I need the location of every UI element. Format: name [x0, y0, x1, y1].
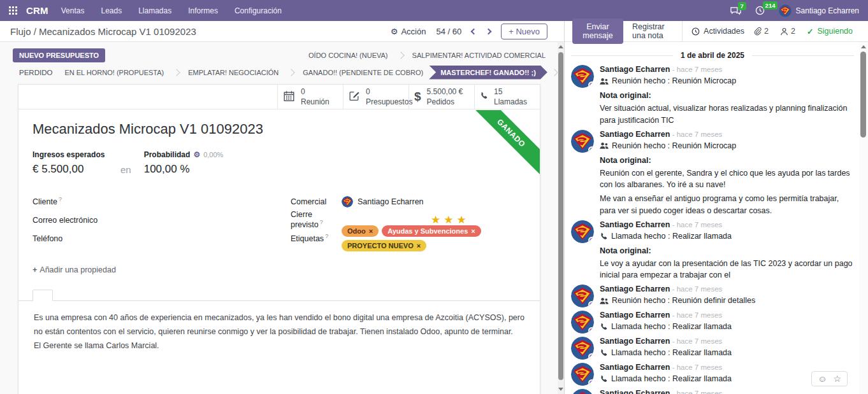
- form-scrollbar[interactable]: [558, 42, 564, 394]
- chatter-message[interactable]: Santiago Echarrenhace 7 meses Llamada he…: [571, 218, 854, 283]
- chatter-message[interactable]: Santiago Echarrenhace 7 meses Reunión he…: [571, 62, 854, 127]
- activities-button[interactable]: Actividades: [691, 27, 744, 36]
- message-author[interactable]: Santiago Echarren: [600, 130, 670, 139]
- stage-row-1: OÍDO COCINA! (NUEVA)SALPIMENTAR! ACTIVID…: [303, 48, 551, 62]
- field-row[interactable]: Teléfono: [33, 229, 291, 248]
- tag-pill[interactable]: Odoo×: [342, 225, 379, 237]
- followers-count: 2: [791, 27, 795, 36]
- note-text: Me van a enseñar el antiguo programa y c…: [600, 193, 854, 217]
- expected-revenue-value[interactable]: € 5.500,00: [33, 163, 120, 176]
- tag-pill[interactable]: Ayudas y Subvenciones×: [382, 225, 481, 237]
- chatter-message[interactable]: Santiago Echarrenhace 7 meses Llamada he…: [571, 308, 854, 334]
- apps-grid-icon[interactable]: [9, 6, 17, 15]
- chatter-message[interactable]: Santiago Echarrenhace 7 meses Reunión he…: [571, 127, 854, 218]
- activities-clock-icon[interactable]: 214: [755, 6, 765, 15]
- message-author[interactable]: Santiago Echarren: [600, 389, 670, 394]
- stat-value: 0: [366, 87, 412, 97]
- tags-field: Odoo×Ayudas y Subvenciones×PROYECTO NUEV…: [342, 225, 526, 251]
- probability-label: Probabilidad: [144, 150, 191, 159]
- tag-remove-icon[interactable]: ×: [369, 227, 373, 235]
- breadcrumb[interactable]: Flujo / Mecanizados Microcap V1 01092023: [10, 26, 196, 37]
- notebook-tab[interactable]: [33, 290, 53, 301]
- main-menu: VentasLeadsLlamadasInformesConfiguración: [61, 6, 282, 15]
- probability-gear-icon[interactable]: ⚙: [193, 150, 200, 159]
- chatter-message[interactable]: Santiago Echarrenhace 7 meses Reunión he…: [571, 282, 854, 308]
- add-reaction-icon[interactable]: ☺: [818, 374, 827, 383]
- tag-remove-icon[interactable]: ×: [471, 227, 475, 235]
- star-message-icon[interactable]: ☆: [833, 374, 841, 383]
- send-message-button[interactable]: Enviar mensaje: [572, 18, 623, 44]
- stage-item[interactable]: OÍDO COCINA! (NUEVA): [303, 48, 393, 62]
- notes-paragraph: El Gerente se llama Carlos Marcial.: [34, 339, 524, 353]
- following-button[interactable]: ✓ Siguiendo: [807, 27, 853, 36]
- message-author[interactable]: Santiago Echarren: [600, 285, 670, 293]
- star-icon[interactable]: ★: [444, 215, 453, 225]
- stat-button-box: 0Reunión 0Presupuestos $ 5.500,00 €Pedid…: [18, 85, 540, 109]
- app-name[interactable]: CRM: [26, 5, 48, 16]
- chatter-message[interactable]: Santiago Echarrenhace 7 meses Llamada he…: [571, 386, 854, 394]
- log-note-button[interactable]: Registrar una nota: [632, 22, 673, 40]
- pager-next-icon[interactable]: [486, 28, 492, 34]
- stat-button[interactable]: $ 5.500,00 €Pedidos: [409, 85, 474, 109]
- salesperson-field[interactable]: Santiago Echarren: [342, 196, 424, 208]
- stat-button[interactable]: 15Llamadas: [474, 85, 540, 109]
- stage-item[interactable]: EMPLATAR! NEGOCIACIÓN: [170, 66, 284, 80]
- scroll-down-icon[interactable]: [558, 388, 563, 391]
- activity-summary: Reunión hecho : Reunión definir detalles: [612, 296, 755, 306]
- messages-icon[interactable]: 7: [730, 6, 741, 15]
- scrollbar-thumb[interactable]: [558, 52, 563, 380]
- note-label: Nota original:: [600, 156, 854, 165]
- attachments-button[interactable]: 2: [753, 27, 769, 36]
- new-record-button[interactable]: + Nuevo: [501, 24, 547, 39]
- message-author[interactable]: Santiago Echarren: [600, 337, 670, 346]
- nav-menu-item[interactable]: Informes: [188, 6, 218, 15]
- pager-previous-icon[interactable]: [471, 28, 477, 34]
- message-avatar: [571, 285, 594, 307]
- message-timestamp: hace 7 meses: [670, 337, 722, 345]
- message-author[interactable]: Santiago Echarren: [600, 220, 670, 229]
- nav-menu-item[interactable]: Leads: [101, 6, 122, 15]
- stage-item[interactable]: MASTERCHEF! GANADO!! ;): [429, 66, 547, 80]
- note-label: Nota original:: [600, 91, 854, 101]
- record-pager: 54 / 60: [436, 27, 461, 36]
- chatter-message[interactable]: Santiago Echarrenhace 7 meses Llamada he…: [571, 334, 854, 360]
- message-author[interactable]: Santiago Echarren: [600, 311, 670, 320]
- form-panel: Flujo / Mecanizados Microcap V1 01092023…: [0, 21, 564, 394]
- expected-revenue-label: Ingresos esperados: [33, 150, 120, 159]
- add-property-button[interactable]: +Añadir una propiedad: [33, 265, 540, 274]
- calendar-icon: [283, 90, 295, 104]
- internal-notes[interactable]: Es una empresa con 40 años de experienci…: [34, 311, 524, 353]
- opportunity-title[interactable]: Mecanizados Microcap V1 01092023: [33, 121, 540, 137]
- chatter-scrollbar[interactable]: [859, 42, 868, 394]
- notebook-tab[interactable]: [53, 290, 72, 300]
- stage-item[interactable]: SALPIMENTAR! ACTIVIDAD COMERCIAL: [394, 48, 551, 62]
- tag-pill[interactable]: PROYECTO NUEVO×: [342, 240, 426, 251]
- star-icon[interactable]: ★: [457, 215, 467, 225]
- field-row[interactable]: Correo electrónico: [33, 211, 291, 229]
- star-icon[interactable]: ★: [431, 215, 440, 225]
- message-author[interactable]: Santiago Echarren: [600, 65, 670, 74]
- action-menu-button[interactable]: ⚙ Acción: [391, 27, 426, 36]
- stage-item[interactable]: GANADO!! (PENDIENTE DE COBRO): [284, 66, 429, 80]
- scroll-up-icon[interactable]: [861, 45, 866, 48]
- stat-button[interactable]: 0Reunión: [277, 85, 343, 109]
- lost-button[interactable]: PERDIDO: [13, 66, 59, 80]
- nav-menu-item[interactable]: Ventas: [61, 6, 85, 15]
- user-avatar: [779, 4, 792, 17]
- user-menu[interactable]: Santiago Echarren: [779, 4, 859, 17]
- field-row[interactable]: Cliente?: [33, 192, 291, 211]
- scroll-up-icon[interactable]: [558, 45, 563, 48]
- message-author[interactable]: Santiago Echarren: [600, 363, 670, 372]
- probability-value[interactable]: 100,00 %: [144, 163, 224, 176]
- stat-button[interactable]: 0Presupuestos: [343, 85, 409, 109]
- dollar-icon: $: [414, 90, 421, 104]
- new-quotation-button[interactable]: NUEVO PRESUPUESTO: [13, 48, 105, 62]
- followers-button[interactable]: 2: [780, 27, 795, 36]
- phone-icon: [600, 375, 608, 383]
- field-label: Correo electrónico: [33, 216, 98, 225]
- nav-menu-item[interactable]: Llamadas: [138, 6, 171, 15]
- scrollbar-thumb[interactable]: [860, 52, 866, 137]
- tag-remove-icon[interactable]: ×: [417, 242, 421, 250]
- stage-item[interactable]: EN EL HORNO! (PROPUESTA): [59, 66, 170, 80]
- nav-menu-item[interactable]: Configuración: [235, 6, 282, 15]
